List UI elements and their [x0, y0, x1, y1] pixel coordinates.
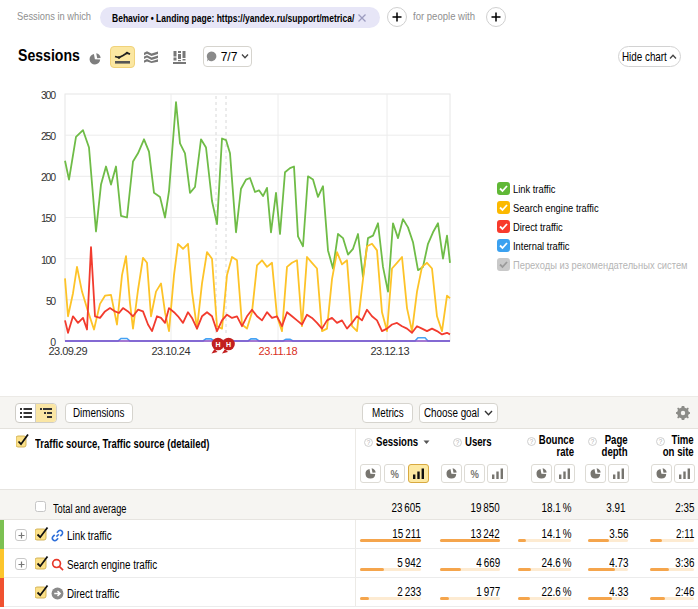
svg-text:250: 250: [41, 130, 56, 142]
svg-text:200: 200: [41, 171, 56, 183]
svg-text:23.09.29: 23.09.29: [49, 345, 88, 357]
svg-text:H: H: [215, 341, 220, 348]
svg-text:100: 100: [41, 254, 56, 266]
svg-text:?: ?: [367, 438, 371, 445]
svg-text:300: 300: [41, 89, 56, 101]
svg-text:23.10.24: 23.10.24: [152, 345, 191, 357]
svg-text:23.12.13: 23.12.13: [371, 345, 410, 357]
svg-text:H: H: [226, 341, 231, 348]
svg-text:?: ?: [456, 438, 460, 445]
svg-text:50: 50: [46, 295, 56, 307]
svg-text:150: 150: [41, 212, 56, 224]
svg-text:23.11.18: 23.11.18: [259, 345, 298, 357]
